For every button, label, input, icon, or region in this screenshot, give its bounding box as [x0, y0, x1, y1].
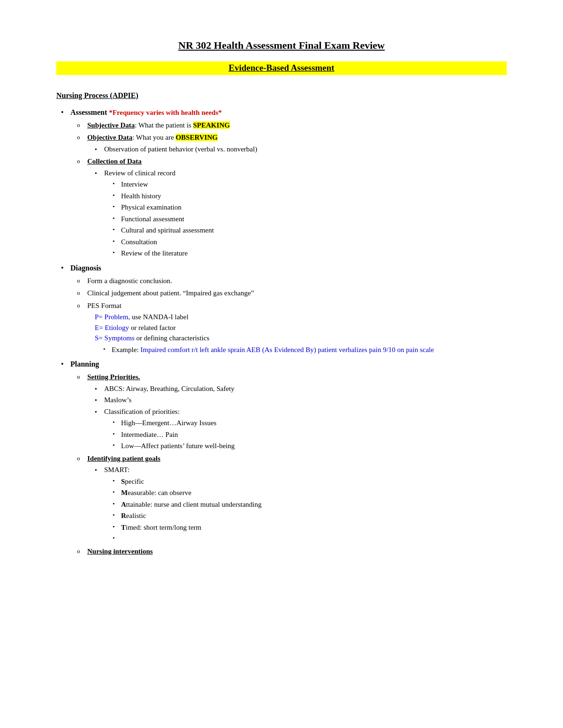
subjective-data-label: Subjective Data [87, 121, 135, 129]
pes-example-item: Example: Impaired comfort r/t left ankle… [112, 345, 507, 355]
collection-square-list: Review of clinical record Interview Heal… [87, 168, 507, 259]
priority-high: High—Emergent…Airway Issues [121, 418, 507, 428]
diagnosis-judgement: Clinical judgement about patient. “Impai… [87, 288, 507, 299]
priority-intermediate: Intermediate… Pain [121, 429, 507, 440]
list-item-assessment: Assessment *Frequency varies with health… [70, 107, 507, 259]
main-list: Assessment *Frequency varies with health… [56, 107, 507, 557]
clinical-record-item: Review of clinical record Interview Heal… [104, 168, 507, 259]
clinical-record-bullets: Interview Health history Physical examin… [104, 179, 507, 259]
pes-example-text: Impaired comfort r/t left ankle sprain A… [140, 346, 434, 353]
maslows-item: Maslow’s [104, 395, 507, 405]
bullet-consultation: Consultation [121, 237, 507, 248]
pes-example-list: Example: Impaired comfort r/t left ankle… [95, 345, 507, 355]
priorities-square-list: ABCS: Airway, Breathing, Circulation, Sa… [87, 383, 507, 451]
identifying-goals-item: Identifying patient goals SMART: Specifi… [87, 453, 507, 544]
pes-s: S= Symptoms or defining characteristics [95, 333, 507, 344]
assessment-frequency: *Frequency varies with health needs* [109, 109, 222, 116]
smart-empty [121, 533, 507, 544]
smart-bullets: Specific Measurable: can observe Attaina… [104, 476, 507, 544]
priority-low: Low—Affect patients’ future well-being [121, 441, 507, 451]
subjective-data-item: Subjective Data: What the patient is SPE… [87, 120, 507, 131]
pes-p: P= Problem, use NANDA-I label [95, 312, 507, 323]
diagnosis-label: Diagnosis [70, 264, 101, 272]
bullet-literature: Review of the literature [121, 248, 507, 259]
pes-example-prefix: Example: [112, 346, 140, 353]
objective-sub-list: Observation of patient behavior (verbal … [87, 144, 507, 155]
bullet-interview: Interview [121, 179, 507, 190]
planning-label: Planning [70, 360, 99, 368]
clinical-record-text: Review of clinical record [104, 169, 175, 177]
page-title: NR 302 Health Assessment Final Exam Revi… [56, 38, 507, 53]
bullet-physical-exam: Physical examination [121, 202, 507, 213]
smart-attainable: Attainable: nurse and client mutual unde… [121, 499, 507, 510]
objective-data-item: Objective Data: What you are OBSERVING O… [87, 132, 507, 154]
pes-label: PES Format [87, 302, 122, 309]
nursing-interventions-item: Nursing interventions [87, 546, 507, 557]
objective-data-label: Objective Data [87, 134, 132, 141]
collection-data-label: Collection of Data [87, 158, 142, 165]
goals-square-list: SMART: Specific Measurable: can observe … [87, 465, 507, 544]
subsection-title: Nursing Process (ADPIE) [56, 90, 507, 101]
observing-highlight: OBSERVING [175, 134, 218, 141]
subjective-data-text: : What the patient is [135, 121, 193, 129]
smart-item: SMART: Specific Measurable: can observe … [104, 465, 507, 544]
smart-timed: Timed: short term/long term [121, 522, 507, 533]
smart-realistic: Realistic [121, 510, 507, 521]
observation-text: Observation of patient behavior (verbal … [104, 145, 257, 153]
smart-measurable: Measurable: can observe [121, 488, 507, 498]
observation-item: Observation of patient behavior (verbal … [104, 144, 507, 155]
collection-data-item: Collection of Data Review of clinical re… [87, 156, 507, 259]
objective-data-text: : What you are [132, 134, 175, 141]
bullet-health-history: Health history [121, 191, 507, 202]
diagnosis-children: Form a diagnostic conclusion. Clinical j… [70, 276, 507, 355]
pes-e: E= Etiology or related factor [95, 323, 507, 333]
pes-block: P= Problem, use NANDA-I label E= Etiolog… [87, 312, 507, 355]
assessment-label: Assessment [70, 108, 109, 116]
smart-specific: Specific [121, 476, 507, 487]
classification-item: Classification of priorities: High—Emerg… [104, 406, 507, 451]
diagnosis-conclusion: Form a diagnostic conclusion. [87, 276, 507, 286]
section-title: Evidence-Based Assessment [56, 61, 507, 75]
planning-children: Setting Priorities. ABCS: Airway, Breath… [70, 372, 507, 556]
nursing-interventions-label: Nursing interventions [87, 548, 153, 555]
page-container: NR 302 Health Assessment Final Exam Revi… [56, 38, 507, 556]
classification-bullets: High—Emergent…Airway Issues Intermediate… [104, 418, 507, 451]
bullet-functional: Functional assessment [121, 214, 507, 225]
setting-priorities-item: Setting Priorities. ABCS: Airway, Breath… [87, 372, 507, 451]
assessment-children: Subjective Data: What the patient is SPE… [70, 120, 507, 259]
section-title-wrap: Evidence-Based Assessment [56, 61, 507, 83]
abcs-item: ABCS: Airway, Breathing, Circulation, Sa… [104, 383, 507, 394]
list-item-diagnosis: Diagnosis Form a diagnostic conclusion. … [70, 263, 507, 355]
list-item-planning: Planning Setting Priorities. ABCS: Airwa… [70, 359, 507, 556]
setting-priorities-label: Setting Priorities. [87, 373, 140, 381]
pes-format-item: PES Format P= Problem, use NANDA-I label… [87, 300, 507, 355]
speaking-highlight: SPEAKING [193, 121, 230, 129]
bullet-cultural: Cultural and spiritual assessment [121, 225, 507, 236]
identifying-goals-label: Identifying patient goals [87, 455, 160, 462]
